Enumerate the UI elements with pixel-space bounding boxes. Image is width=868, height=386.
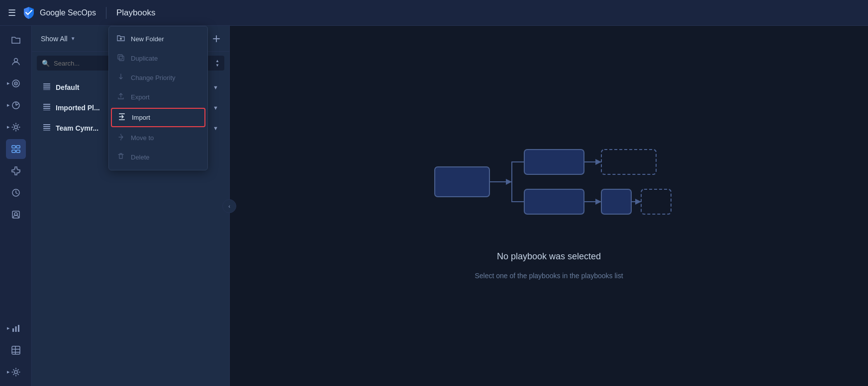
svg-rect-33 xyxy=(43,106,50,107)
no-selection-title: No playbook was selected xyxy=(497,251,601,262)
svg-point-0 xyxy=(14,59,17,62)
no-selection-subtitle: Select one of the playbooks in the playb… xyxy=(475,272,623,280)
svg-point-20 xyxy=(14,371,17,374)
search-icon: 🔍 xyxy=(42,60,50,67)
playbook-imported-name: Imported Pl... xyxy=(56,104,100,112)
menu-item-duplicate[interactable]: Duplicate xyxy=(109,49,207,68)
app-header: ☰ Google SecOps Playbooks xyxy=(0,0,868,26)
playbook-default-icon xyxy=(43,82,51,92)
duplicate-label: Duplicate xyxy=(131,55,158,62)
header-divider xyxy=(106,7,106,19)
search-up-arrow[interactable]: ▲ xyxy=(215,59,219,63)
svg-point-5 xyxy=(14,126,17,129)
svg-point-3 xyxy=(15,83,16,84)
context-dropdown-menu: New Folder Duplicate Change Priority Exp… xyxy=(108,26,208,170)
svg-rect-15 xyxy=(18,325,19,332)
nav-radar-icon[interactable] xyxy=(6,95,26,115)
move-to-icon xyxy=(117,133,125,143)
main-content-area: No playbook was selected Select one of t… xyxy=(230,26,868,386)
nav-playbooks-icon[interactable] xyxy=(6,139,26,159)
nav-user-icon[interactable] xyxy=(6,52,26,72)
panel-collapse-button[interactable]: ‹ xyxy=(222,199,236,213)
change-priority-icon xyxy=(117,73,125,82)
playbook-teamcymr-name: Team Cymr... xyxy=(56,124,98,132)
svg-rect-43 xyxy=(524,150,584,174)
add-button[interactable] xyxy=(208,31,224,47)
new-folder-label: New Folder xyxy=(131,35,164,43)
nav-badge-icon[interactable] xyxy=(6,205,26,225)
nav-folder-icon[interactable] xyxy=(6,30,26,50)
svg-rect-41 xyxy=(118,55,122,59)
export-label: Export xyxy=(131,93,150,101)
show-all-label: Show All xyxy=(41,35,68,43)
menu-item-move-to[interactable]: Move to xyxy=(109,128,207,148)
nav-settings-icon[interactable] xyxy=(6,117,26,137)
duplicate-icon xyxy=(117,54,125,63)
svg-rect-14 xyxy=(15,326,16,332)
svg-rect-36 xyxy=(43,124,50,125)
svg-rect-35 xyxy=(43,110,50,110)
import-label: Import xyxy=(132,114,150,121)
delete-icon xyxy=(117,153,125,162)
nav-chart-icon[interactable] xyxy=(6,318,26,338)
svg-rect-13 xyxy=(12,328,14,332)
svg-rect-46 xyxy=(601,189,631,214)
svg-rect-30 xyxy=(43,87,50,88)
new-folder-icon xyxy=(117,34,125,44)
menu-item-import[interactable]: Import xyxy=(111,108,205,127)
playbook-teamcymr-chevron: ▼ xyxy=(213,125,218,131)
svg-rect-9 xyxy=(16,150,20,153)
svg-rect-40 xyxy=(119,56,124,61)
playbook-default-name: Default xyxy=(56,83,79,91)
search-down-arrow[interactable]: ▼ xyxy=(215,63,219,68)
menu-item-delete[interactable]: Delete xyxy=(109,148,207,167)
nav-settings-bottom-icon[interactable] xyxy=(6,362,26,382)
menu-item-export[interactable]: Export xyxy=(109,87,207,107)
svg-rect-42 xyxy=(435,167,489,197)
playbook-imported-chevron: ▼ xyxy=(213,105,218,111)
left-nav xyxy=(0,26,32,386)
page-title: Playbooks xyxy=(116,8,155,18)
svg-rect-45 xyxy=(601,150,656,174)
svg-rect-37 xyxy=(43,126,50,127)
svg-rect-34 xyxy=(43,108,50,109)
svg-rect-39 xyxy=(43,130,50,131)
playbook-imported-icon xyxy=(43,103,51,112)
svg-rect-38 xyxy=(43,128,50,129)
show-all-button[interactable]: Show All ▼ xyxy=(37,33,80,45)
playbook-diagram-illustration xyxy=(420,132,678,232)
logo-container: Google SecOps xyxy=(22,6,96,20)
change-priority-label: Change Priority xyxy=(131,74,176,81)
move-to-label: Move to xyxy=(131,134,154,142)
nav-puzzle-icon[interactable] xyxy=(6,161,26,181)
delete-label: Delete xyxy=(131,154,150,161)
google-secops-logo xyxy=(22,6,36,20)
show-all-chevron-icon: ▼ xyxy=(71,36,76,41)
svg-rect-31 xyxy=(43,89,50,90)
playbook-teamcymr-icon xyxy=(43,123,51,133)
svg-rect-8 xyxy=(12,150,15,153)
svg-rect-29 xyxy=(43,85,50,86)
search-nav-arrows: ▲ ▼ xyxy=(215,59,219,68)
import-icon xyxy=(118,113,126,122)
export-icon xyxy=(117,92,125,102)
playbook-default-chevron: ▼ xyxy=(213,84,218,90)
hamburger-menu-icon[interactable]: ☰ xyxy=(8,7,16,18)
svg-rect-6 xyxy=(12,146,15,148)
svg-rect-16 xyxy=(12,346,20,354)
app-name-label: Google SecOps xyxy=(40,8,96,17)
svg-rect-32 xyxy=(43,104,50,105)
menu-item-new-folder[interactable]: New Folder xyxy=(109,29,207,49)
nav-target-icon[interactable] xyxy=(6,74,26,93)
svg-rect-28 xyxy=(43,83,50,84)
svg-rect-47 xyxy=(641,189,671,214)
svg-rect-7 xyxy=(16,146,20,148)
svg-rect-44 xyxy=(524,189,584,214)
nav-table-icon[interactable] xyxy=(6,340,26,360)
menu-item-change-priority[interactable]: Change Priority xyxy=(109,68,207,87)
nav-clock-icon[interactable] xyxy=(6,183,26,203)
